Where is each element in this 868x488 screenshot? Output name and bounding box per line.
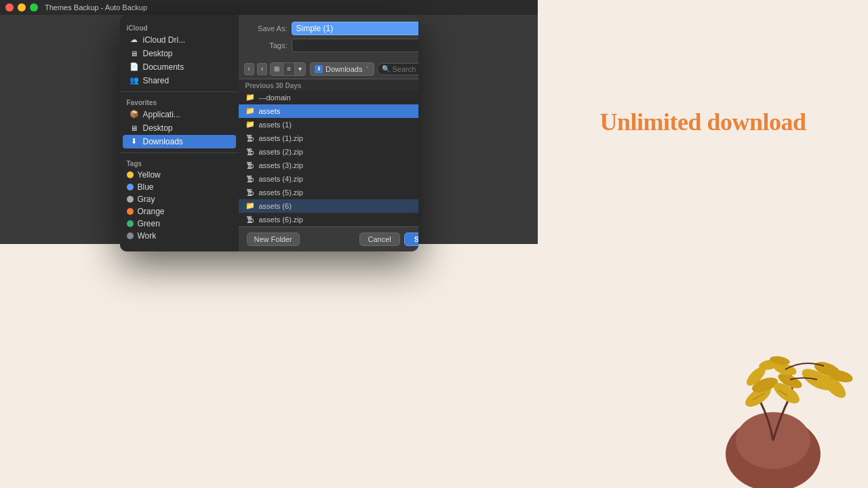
search-input[interactable] [392,65,418,73]
file-item-assets1[interactable]: 📁 assets (1) › [239,118,418,131]
tags-input[interactable] [292,39,418,52]
tag-green[interactable]: Green [120,218,239,230]
list-view-button[interactable]: ≡ [283,63,295,75]
dialog-header: Save As: Tags: [239,15,418,60]
tag-work-label: Work [138,231,157,241]
tag-gray-label: Gray [138,195,155,204]
work-dot [127,232,134,239]
file-name: ---domain [259,94,291,102]
file-name: assets (5).zip [259,188,303,197]
save-as-label: Save As: [247,24,288,33]
gray-dot [127,196,134,203]
tag-blue-label: Blue [138,182,154,192]
icon-view-button[interactable]: ⊞ [271,63,283,75]
forward-button[interactable]: › [257,63,267,75]
sidebar-divider-1 [120,92,239,92]
tag-yellow-label: Yellow [138,170,161,180]
location-folder-icon: ⬇ [315,65,323,73]
sidebar-divider-2 [120,152,239,153]
file-item-assets5zip[interactable]: 🗜 assets (5).zip [239,186,418,199]
zip-icon: 🗜 [245,216,255,224]
sidebar-item-desktop-icloud[interactable]: 🖥 Desktop [123,47,236,60]
dialog-main: Save As: Tags: ‹ › ⊞ ≡ ▾ ⬇ [239,15,418,251]
file-item-assets6[interactable]: 📁 assets (6) › [239,199,418,213]
sidebar-item-downloads[interactable]: ⬇ Downloads [123,135,236,148]
icloud-section-label: iCloud [120,22,239,33]
file-name: assets (1) [259,121,292,129]
view-arrow-button[interactable]: ▾ [295,63,305,75]
desktop-fav-icon: 🖥 [130,123,139,133]
yellow-dot [127,171,134,178]
file-name: assets (2).zip [259,148,303,156]
search-icon: 🔍 [382,65,390,73]
tags-section-label: Tags [120,157,239,169]
sidebar-item-documents-label: Documents [143,62,184,72]
search-box[interactable]: 🔍 [377,63,418,75]
tag-gray[interactable]: Gray [120,193,239,205]
tag-yellow[interactable]: Yellow [120,169,239,181]
zip-icon: 🗜 [245,148,255,156]
file-item-assets2zip[interactable]: 🗜 assets (2).zip [239,145,418,159]
cancel-button[interactable]: Cancel [359,232,400,246]
favorites-section-label: Favorites [120,96,239,108]
sidebar-item-icloud-drive-label: iCloud Dri... [143,35,186,45]
sidebar-item-desktop-fav-label: Desktop [143,123,173,133]
save-dialog: iCloud ☁ iCloud Dri... 🖥 Desktop 📄 Docum… [120,15,418,251]
zip-icon: 🗜 [245,188,255,197]
sidebar-item-applications-label: Applicati... [143,110,180,119]
tag-blue[interactable]: Blue [120,181,239,193]
tag-work[interactable]: Work [120,230,239,242]
save-as-input[interactable] [292,22,418,35]
documents-icon: 📄 [130,62,139,72]
zip-icon: 🗜 [245,134,255,142]
icloud-drive-icon: ☁ [130,35,139,45]
tag-green-label: Green [138,219,160,228]
sidebar-item-shared-label: Shared [143,76,170,85]
file-list[interactable]: Previous 30 Days 📁 ---domain 📁 assets › … [239,79,418,226]
new-folder-button[interactable]: New Folder [247,232,300,246]
file-item-assets4zip[interactable]: 🗜 assets (4).zip [239,172,418,186]
right-panel: Unlimited download [538,0,868,244]
dialog-toolbar: ‹ › ⊞ ≡ ▾ ⬇ Downloads ⌃ 🔍 [239,60,418,79]
file-name: assets [259,107,281,115]
file-item-domain[interactable]: 📁 ---domain [239,91,418,104]
sidebar-item-shared[interactable]: 👥 Shared [123,74,236,87]
folder-icon: 📁 [245,93,255,102]
save-as-row: Save As: [247,22,418,35]
file-item-assets6zip[interactable]: 🗜 assets (6).zip [239,213,418,226]
dialog-footer: New Folder Cancel Save [239,226,418,251]
sidebar-item-downloads-label: Downloads [143,137,183,146]
shared-icon: 👥 [130,76,139,85]
folder-icon: 📁 [245,120,255,129]
tag-orange-label: Orange [138,207,165,216]
zip-icon: 🗜 [245,175,255,183]
save-button[interactable]: Save [404,232,418,246]
file-name: assets (1).zip [259,134,303,142]
file-name: assets (3).zip [259,161,303,169]
tags-label: Tags: [247,41,288,49]
folder-icon: 📁 [245,106,255,115]
location-dropdown[interactable]: ⬇ Downloads ⌃ [310,62,374,76]
desktop-icloud-icon: 🖥 [130,49,139,58]
file-name: assets (6) [259,202,292,210]
sidebar-item-desktop-fav[interactable]: 🖥 Desktop [123,121,236,135]
unlimited-heading: Unlimited download [599,108,806,136]
folder-icon: 📁 [245,201,255,210]
location-label: Downloads [326,65,362,73]
sidebar-item-icloud-drive[interactable]: ☁ iCloud Dri... [123,33,236,47]
file-item-assets1zip[interactable]: 🗜 assets (1).zip [239,131,418,145]
location-chevron: ⌃ [365,66,370,72]
back-button[interactable]: ‹ [244,63,254,75]
dialog-overlay: iCloud ☁ iCloud Dri... 🖥 Desktop 📄 Docum… [0,0,538,244]
applications-icon: 📦 [130,110,139,119]
tag-orange[interactable]: Orange [120,205,239,218]
sidebar-item-applications[interactable]: 📦 Applicati... [123,108,236,121]
file-name: assets (6).zip [259,216,303,224]
file-item-assets[interactable]: 📁 assets › [239,104,418,118]
sidebar-item-documents[interactable]: 📄 Documents [123,60,236,74]
file-item-assets3zip[interactable]: 🗜 assets (3).zip [239,159,418,172]
file-name: assets (4).zip [259,175,303,183]
view-button-group: ⊞ ≡ ▾ [270,62,306,76]
file-section-header: Previous 30 Days [239,79,418,91]
plant-illustration [685,339,868,488]
